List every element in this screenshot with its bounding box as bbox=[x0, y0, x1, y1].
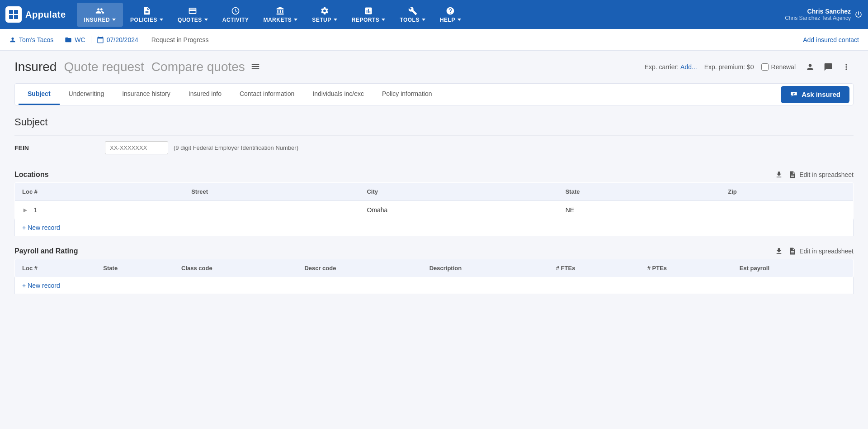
date-value: 07/20/2024 bbox=[107, 36, 138, 43]
breadcrumb-status: Request in Progress bbox=[144, 36, 216, 43]
breadcrumb-insured[interactable]: Tom's Tacos bbox=[9, 36, 59, 43]
user-name: Chris Sanchez bbox=[785, 8, 851, 15]
cell-city: Omaha bbox=[359, 201, 558, 219]
user-icon-btn[interactable] bbox=[803, 60, 817, 74]
fein-row: FEIN (9 digit Federal Employer Identific… bbox=[14, 135, 854, 160]
payroll-table-header: Loc # State Class code Descr code Descri… bbox=[15, 259, 854, 277]
pcol-state: State bbox=[96, 259, 174, 277]
tab-insured-info[interactable]: Insured info bbox=[179, 84, 231, 105]
pcol-description: Description bbox=[422, 259, 549, 277]
policy-type: WC bbox=[75, 36, 85, 43]
svg-rect-1 bbox=[14, 10, 18, 14]
locations-new-record-btn[interactable]: + New record bbox=[22, 224, 60, 231]
tab-contact-information[interactable]: Contact information bbox=[231, 84, 303, 105]
exp-carrier-add[interactable]: Add... bbox=[680, 63, 697, 71]
payroll-new-record-btn[interactable]: + New record bbox=[22, 282, 60, 289]
pcol-ftes: # FTEs bbox=[549, 259, 640, 277]
page-title-icons bbox=[803, 60, 854, 74]
cell-state: NE bbox=[558, 201, 721, 219]
locations-table-header: Loc # Street City State Zip bbox=[15, 183, 854, 201]
nav-item-activity[interactable]: ACTIVITY bbox=[215, 3, 256, 27]
cell-zip bbox=[721, 201, 853, 219]
top-navigation: Appulate INSURED POLICIES QUOTES bbox=[0, 0, 868, 29]
payroll-title: Payroll and Rating bbox=[14, 247, 78, 255]
tabs-bar: Subject Underwriting Insurance history I… bbox=[14, 83, 854, 105]
breadcrumb-bar: Tom's Tacos WC 07/20/2024 Request in Pro… bbox=[0, 29, 868, 51]
app-logo[interactable]: Appulate bbox=[5, 6, 66, 23]
locations-edit-spreadsheet-btn[interactable]: Edit in spreadsheet bbox=[788, 171, 854, 179]
pcol-descr-code: Descr code bbox=[297, 259, 422, 277]
col-city: City bbox=[359, 183, 558, 201]
tab-policy-information[interactable]: Policy information bbox=[373, 84, 441, 105]
tab-insurance-history[interactable]: Insurance history bbox=[113, 84, 179, 105]
svg-rect-2 bbox=[9, 15, 13, 19]
tab-subject[interactable]: Subject bbox=[19, 84, 60, 105]
nav-item-insured[interactable]: INSURED bbox=[77, 3, 123, 27]
payroll-plus-icon: + bbox=[22, 282, 26, 289]
locations-download-btn[interactable] bbox=[775, 171, 783, 179]
download-icon bbox=[775, 171, 783, 179]
col-zip: Zip bbox=[721, 183, 853, 201]
nav-item-markets[interactable]: MARKETS bbox=[256, 3, 305, 27]
logo-icon bbox=[5, 6, 22, 23]
exp-premium-value: $0 bbox=[747, 63, 754, 71]
message-icon-btn[interactable] bbox=[821, 60, 835, 74]
page-title-row: Insured Quote request Compare quotes Exp… bbox=[14, 60, 854, 74]
nav-item-tools[interactable]: TOOLS bbox=[392, 3, 433, 27]
payroll-header: Payroll and Rating Edit in spreadsheet bbox=[14, 247, 854, 255]
locations-title: Locations bbox=[14, 171, 49, 179]
cell-loc-num: ► 1 bbox=[15, 201, 184, 219]
locations-section: Locations Edit in spreadsheet Loc # Stre… bbox=[14, 171, 854, 236]
nav-item-setup[interactable]: SETUP bbox=[305, 3, 344, 27]
breadcrumb-date[interactable]: 07/20/2024 bbox=[91, 36, 144, 43]
renewal-checkbox[interactable] bbox=[761, 63, 769, 71]
payroll-download-btn[interactable] bbox=[775, 247, 783, 255]
nav-item-reports[interactable]: REPORTS bbox=[344, 3, 393, 27]
subject-title: Subject bbox=[14, 116, 854, 128]
locations-edit-spreadsheet-label: Edit in spreadsheet bbox=[799, 171, 854, 178]
user-agency: Chris Sanchez Test Agency bbox=[785, 15, 851, 21]
fein-label: FEIN bbox=[14, 144, 105, 152]
breadcrumb-policy-type[interactable]: WC bbox=[59, 36, 91, 43]
plus-icon: + bbox=[22, 224, 26, 231]
col-state: State bbox=[558, 183, 721, 201]
table-row[interactable]: ► 1 Omaha NE bbox=[15, 201, 854, 219]
page-menu-icon[interactable] bbox=[250, 62, 260, 73]
page-content: Insured Quote request Compare quotes Exp… bbox=[0, 51, 868, 314]
nav-item-quotes[interactable]: QUOTES bbox=[170, 3, 215, 27]
svg-rect-0 bbox=[9, 10, 13, 14]
app-name: Appulate bbox=[25, 10, 66, 20]
quote-request-link[interactable]: Quote request bbox=[64, 60, 144, 74]
spreadsheet-icon bbox=[788, 171, 797, 179]
more-options-btn[interactable] bbox=[839, 60, 854, 74]
cell-street bbox=[184, 201, 359, 219]
page-title: Insured bbox=[14, 60, 57, 74]
renewal-label: Renewal bbox=[771, 63, 796, 71]
user-menu[interactable]: Chris Sanchez Chris Sanchez Test Agency bbox=[785, 8, 863, 21]
add-insured-contact-link[interactable]: Add insured contact bbox=[803, 36, 859, 43]
locations-header: Locations Edit in spreadsheet bbox=[14, 171, 854, 179]
nav-items: INSURED POLICIES QUOTES ACTIVITY bbox=[77, 3, 785, 27]
renewal-checkbox-group: Renewal bbox=[761, 63, 796, 71]
payroll-edit-spreadsheet-btn[interactable]: Edit in spreadsheet bbox=[788, 247, 854, 255]
fein-hint: (9 digit Federal Employer Identification… bbox=[174, 144, 298, 151]
payroll-spreadsheet-icon bbox=[788, 247, 797, 255]
nav-item-help[interactable]: HELP bbox=[433, 3, 468, 27]
tab-individuals[interactable]: Individuals inc/exc bbox=[303, 84, 373, 105]
exp-carrier-field: Exp. carrier: Add... bbox=[645, 63, 697, 71]
pcol-est-payroll: Est payroll bbox=[732, 259, 854, 277]
payroll-table: Loc # State Class code Descr code Descri… bbox=[14, 259, 854, 277]
expand-icon[interactable]: ► bbox=[22, 206, 28, 214]
tab-underwriting[interactable]: Underwriting bbox=[60, 84, 113, 105]
payroll-download-icon bbox=[775, 247, 783, 255]
ask-insured-button[interactable]: Ask insured bbox=[781, 86, 849, 103]
compare-quotes-link[interactable]: Compare quotes bbox=[151, 60, 245, 74]
exp-premium-field: Exp. premium: $0 bbox=[704, 63, 754, 71]
pcol-ptes: # PTEs bbox=[640, 259, 732, 277]
payroll-actions: Edit in spreadsheet bbox=[775, 247, 854, 255]
pcol-loc-num: Loc # bbox=[15, 259, 96, 277]
nav-item-policies[interactable]: POLICIES bbox=[123, 3, 170, 27]
fein-input[interactable] bbox=[105, 141, 168, 154]
locations-actions: Edit in spreadsheet bbox=[775, 171, 854, 179]
locations-new-record-row: + New record bbox=[14, 219, 854, 236]
